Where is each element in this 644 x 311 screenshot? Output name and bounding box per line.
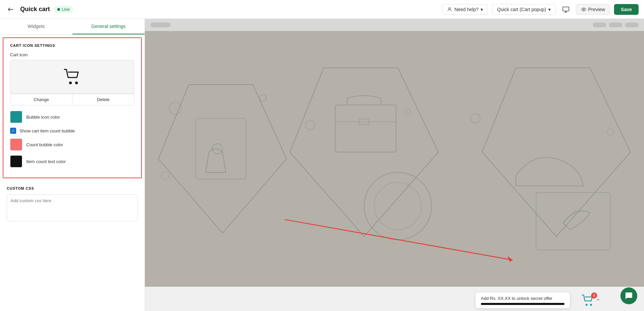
view-selector-label: Quick cart (Cart popup) — [497, 7, 546, 12]
svg-point-2 — [583, 9, 584, 10]
custom-css-title: CUSTOM CSS — [7, 186, 138, 190]
main-layout: Widgets General settings CART ICON SETTI… — [0, 19, 644, 311]
show-count-bubble-row: ✓ Show cart item count bubble — [10, 128, 134, 134]
preview-bar-logo-placeholder — [150, 23, 171, 27]
cart-icon-settings-section: CART ICON SETTINGS Cart icon Change Dele… — [3, 37, 142, 178]
svg-point-4 — [75, 82, 78, 84]
cart-offer-text: Add Rs. XX.XX to unlock secret offer — [481, 296, 564, 301]
change-button[interactable]: Change — [10, 94, 72, 105]
preview-bottom-bar: Add Rs. XX.XX to unlock secret offer 0 ⌃ — [145, 287, 644, 311]
cart-offer-box: Add Rs. XX.XX to unlock secret offer — [476, 292, 570, 308]
cart-icon-svg — [64, 69, 81, 85]
back-button[interactable] — [5, 4, 16, 15]
preview-bar-nav-placeholder — [593, 23, 639, 27]
count-bubble-color-swatch[interactable] — [10, 138, 22, 151]
left-panel: Widgets General settings CART ICON SETTI… — [0, 19, 145, 311]
checkmark-icon: ✓ — [11, 128, 15, 133]
device-toggle-button[interactable] — [560, 3, 572, 15]
show-count-bubble-checkbox[interactable]: ✓ — [10, 128, 16, 134]
icon-btn-row: Change Delete — [10, 94, 134, 105]
section-title-cart-icon: CART ICON SETTINGS — [10, 43, 134, 48]
item-count-text-color-swatch[interactable] — [10, 155, 22, 167]
view-selector-button[interactable]: Quick cart (Cart popup) ▾ — [492, 4, 556, 15]
cart-count-badge: 0 — [591, 292, 597, 299]
save-button[interactable]: Save — [614, 4, 639, 15]
app-title: Quick cart — [20, 6, 50, 13]
item-count-text-color-row: Item count text color — [10, 155, 134, 167]
preview-background — [145, 31, 644, 287]
svg-point-28 — [590, 304, 592, 306]
chat-bubble-button[interactable] — [620, 287, 637, 304]
preview-top-bar — [145, 19, 644, 31]
bubble-icon-color-swatch[interactable] — [10, 111, 22, 123]
cart-chevron-icon: ⌃ — [596, 298, 600, 304]
need-help-chevron-icon: ▾ — [481, 7, 483, 12]
preview-label: Preview — [588, 7, 605, 12]
svg-point-3 — [69, 82, 72, 84]
custom-css-textarea[interactable] — [7, 194, 138, 221]
item-count-text-color-label: Item count text color — [26, 159, 66, 164]
svg-point-0 — [449, 7, 451, 9]
preview-illustrations — [145, 31, 644, 287]
live-dot — [57, 8, 60, 11]
preview-button[interactable]: Preview — [576, 4, 610, 15]
svg-point-27 — [586, 304, 588, 306]
delete-button[interactable]: Delete — [72, 94, 134, 105]
cart-icon-preview — [10, 60, 134, 94]
preview-area: Add Rs. XX.XX to unlock secret offer 0 ⌃ — [145, 19, 644, 311]
chat-icon — [625, 292, 633, 300]
custom-css-section: CUSTOM CSS — [0, 181, 145, 228]
tab-general-settings[interactable]: General settings — [72, 19, 145, 34]
count-bubble-color-label: Count bubble color — [26, 142, 63, 147]
bubble-icon-color-row: Bubble icon color — [10, 111, 134, 123]
need-help-button[interactable]: Need help? ▾ — [442, 4, 488, 15]
cart-offer-progress-bar — [481, 303, 564, 305]
preview-main — [145, 31, 644, 287]
tab-widgets[interactable]: Widgets — [0, 19, 72, 34]
need-help-label: Need help? — [454, 7, 479, 12]
panel-content: CART ICON SETTINGS Cart icon Change Dele… — [0, 35, 145, 311]
cart-icon-float[interactable]: 0 ⌃ — [582, 294, 600, 308]
tab-bar: Widgets General settings — [0, 19, 145, 35]
show-count-bubble-label: Show cart item count bubble — [20, 128, 75, 133]
svg-rect-1 — [562, 7, 569, 11]
topbar: Quick cart Live Need help? ▾ Quick cart … — [0, 0, 644, 19]
view-chevron-icon: ▾ — [548, 7, 551, 12]
cart-icon-field-label: Cart icon — [10, 52, 134, 57]
live-label: Live — [62, 7, 70, 12]
count-bubble-color-row: Count bubble color — [10, 138, 134, 151]
live-badge: Live — [54, 6, 73, 13]
bubble-icon-color-label: Bubble icon color — [26, 115, 60, 120]
